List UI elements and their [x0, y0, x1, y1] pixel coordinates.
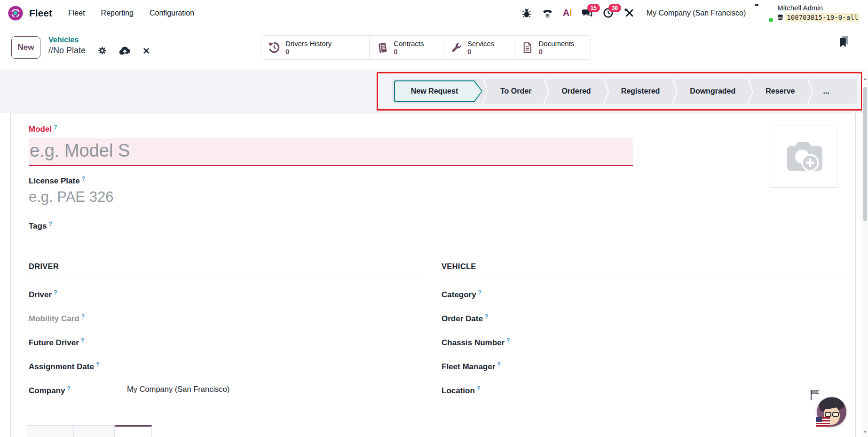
future-driver-value[interactable]: [127, 337, 420, 349]
scroll-up-arrow[interactable]: ▲: [862, 76, 868, 81]
drivers-history-button[interactable]: Drivers History 0: [261, 36, 369, 59]
model-help-marker[interactable]: ?: [54, 124, 57, 130]
assignment-date-value[interactable]: [127, 361, 420, 373]
messages-icon[interactable]: 15: [581, 7, 593, 19]
fleet-manager-value[interactable]: [540, 361, 842, 373]
scroll-down-arrow[interactable]: ▼: [862, 429, 868, 434]
user-name: Mitchell Admin: [777, 4, 860, 12]
phone-icon[interactable]: [542, 7, 554, 19]
license-plate-help-marker[interactable]: ?: [82, 175, 85, 182]
services-button[interactable]: Services 0: [443, 36, 514, 59]
driver-section-title: DRIVER: [29, 262, 420, 276]
breadcrumb: Vehicles //No Plate: [48, 35, 150, 56]
license-plate-field: License Plate?: [29, 175, 320, 206]
discard-icon[interactable]: ×: [143, 45, 150, 56]
cloud-save-icon[interactable]: [119, 46, 131, 55]
vehicle-image-upload[interactable]: [771, 126, 837, 188]
chassis-number-value[interactable]: [540, 337, 842, 349]
us-flag-icon[interactable]: [816, 417, 830, 427]
user-menu[interactable]: Mitchell Admin 100703815-19-0-all: [755, 4, 860, 22]
main-menu: Fleet Reporting Configuration: [68, 9, 194, 17]
checkered-flag-icon[interactable]: [810, 389, 820, 403]
stage-ordered[interactable]: Ordered: [549, 79, 603, 104]
steering-wheel-app-icon[interactable]: [8, 5, 24, 21]
stat-button-box: Drivers History 0 Contracts 0: [260, 35, 591, 60]
wrench-icon: [450, 42, 462, 54]
assignment-date-field-row: Assignment Date?: [29, 355, 420, 379]
control-panel: New Vehicles //No Plate: [0, 26, 868, 70]
license-plate-input[interactable]: [29, 189, 320, 206]
help-marker[interactable]: ?: [485, 313, 488, 320]
ai-icon[interactable]: AI: [563, 8, 572, 18]
notebook-tabs: [27, 425, 152, 437]
menu-item-fleet[interactable]: Fleet: [68, 9, 85, 17]
tags-help-marker[interactable]: ?: [48, 221, 52, 227]
user-avatar: [755, 4, 773, 22]
menu-item-reporting[interactable]: Reporting: [101, 9, 134, 17]
statusbar-band: New Request To Order Ordered Registered …: [0, 70, 868, 113]
location-field-row: Location?: [442, 379, 842, 403]
vehicle-section-title: VEHICLE: [442, 262, 842, 276]
driver-value[interactable]: [127, 289, 420, 301]
menu-item-configuration[interactable]: Configuration: [150, 9, 194, 17]
driver-field-row: Driver?: [29, 283, 420, 307]
mobility-card-value[interactable]: [127, 313, 420, 325]
tags-label: Tags: [29, 222, 47, 230]
tags-input[interactable]: [29, 234, 320, 247]
stage-reserve[interactable]: Reserve: [753, 79, 807, 104]
bug-icon[interactable]: [521, 7, 533, 19]
stage-registered[interactable]: Registered: [609, 79, 672, 104]
stage-overflow[interactable]: ...: [813, 79, 840, 104]
new-button[interactable]: New: [11, 36, 40, 59]
help-marker[interactable]: ?: [477, 385, 480, 392]
help-marker[interactable]: ?: [96, 361, 99, 368]
help-marker[interactable]: ?: [81, 337, 84, 344]
history-icon: [268, 41, 280, 54]
app-name-menu[interactable]: Fleet: [29, 8, 52, 19]
gear-icon[interactable]: [98, 46, 107, 55]
help-marker[interactable]: ?: [478, 289, 481, 296]
stage-separator: [603, 79, 609, 104]
location-value[interactable]: [540, 385, 842, 397]
form-sheet: Model? License Plate? Tags? DRIVER D: [10, 113, 856, 437]
order-date-field-row: Order Date?: [442, 307, 842, 331]
bookmark-icon[interactable]: [838, 35, 850, 50]
stage-separator: [544, 79, 549, 104]
help-marker[interactable]: ?: [81, 313, 85, 320]
mobility-card-field-row: Mobility Card?: [29, 307, 420, 331]
notebook-tab-active[interactable]: [115, 425, 152, 437]
help-marker[interactable]: ?: [67, 385, 70, 392]
notebook-tab-1[interactable]: [27, 425, 74, 437]
help-marker[interactable]: ?: [54, 289, 57, 296]
messages-badge: 15: [587, 4, 600, 12]
model-field: Model?: [29, 124, 633, 166]
license-plate-label: License Plate: [29, 176, 80, 185]
category-value[interactable]: [540, 289, 842, 301]
tools-icon[interactable]: [623, 7, 636, 19]
tour-highlight-box: New Request To Order Ordered Registered …: [377, 72, 862, 111]
stage-to-order[interactable]: To Order: [488, 79, 544, 104]
online-status-dot: [768, 17, 774, 23]
driver-section: DRIVER Driver? Mobility Card? Future Dri…: [29, 262, 420, 403]
top-navbar: Fleet Fleet Reporting Configuration: [0, 0, 868, 26]
scrollbar-thumb[interactable]: [863, 87, 867, 221]
stage-separator: [672, 79, 678, 104]
notebook-tab-2[interactable]: [74, 425, 115, 437]
stage-downgraded[interactable]: Downgraded: [678, 79, 748, 104]
stage-new-request[interactable]: New Request: [394, 80, 482, 102]
breadcrumb-vehicles-link[interactable]: Vehicles: [48, 35, 150, 44]
activities-clock-icon[interactable]: 38: [602, 7, 615, 19]
help-marker[interactable]: ?: [497, 361, 500, 368]
order-date-value[interactable]: [540, 313, 842, 325]
help-marker[interactable]: ?: [506, 337, 510, 344]
book-icon: [377, 42, 388, 54]
company-value[interactable]: My Company (San Francisco): [127, 385, 420, 397]
model-input[interactable]: [29, 138, 633, 166]
documents-button[interactable]: Documents 0: [514, 36, 590, 59]
contracts-button[interactable]: Contracts 0: [369, 36, 443, 59]
document-icon: [521, 42, 533, 54]
company-switcher[interactable]: My Company (San Francisco): [647, 9, 746, 17]
vertical-scrollbar[interactable]: ▲ ▼: [862, 70, 868, 437]
fleet-manager-field-row: Fleet Manager?: [442, 355, 842, 379]
category-field-row: Category?: [442, 283, 842, 307]
